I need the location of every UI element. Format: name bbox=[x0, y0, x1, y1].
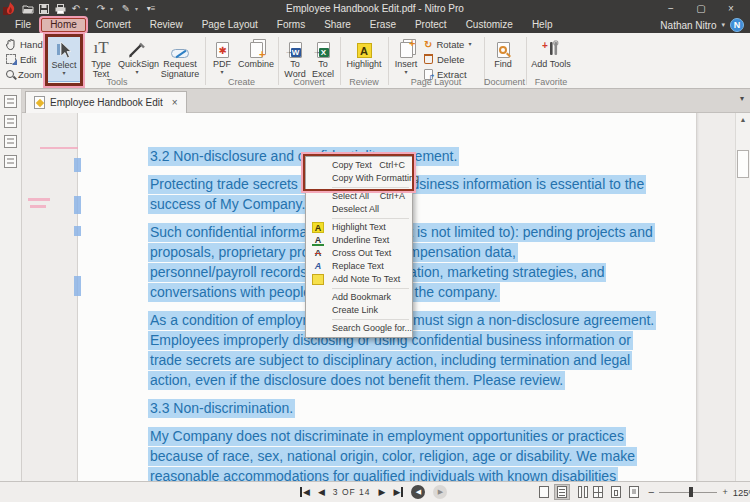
to-word-button[interactable]: →W To Word bbox=[282, 36, 308, 82]
request-signature-button[interactable]: Request Signature bbox=[158, 36, 202, 82]
menu-item-copy-text[interactable]: Copy Text Ctrl+C bbox=[306, 159, 412, 172]
menu-item-deselect-all[interactable]: Deselect All bbox=[306, 203, 412, 216]
edit-tool-button[interactable]: Edit bbox=[6, 52, 36, 66]
undo-dropdown-caret[interactable]: ▾ bbox=[85, 5, 92, 12]
user-dropdown-caret: ▾ bbox=[721, 21, 725, 29]
menu-item-underline-text[interactable]: A Underline Text bbox=[306, 234, 412, 247]
pdf-create-button[interactable]: ✱ PDF ▾ bbox=[209, 36, 235, 82]
rotate-button[interactable]: ↻ Rotate▾ bbox=[424, 37, 471, 51]
first-page-icon[interactable]: ◀ bbox=[300, 487, 310, 497]
annotation-smudge bbox=[40, 147, 78, 149]
zoom-slider-thumb[interactable] bbox=[689, 487, 693, 497]
continuous-facing-view-icon[interactable] bbox=[608, 484, 624, 500]
zoom-in-icon[interactable]: + bbox=[722, 487, 727, 497]
menu-item-highlight-text[interactable]: A Highlight Text bbox=[306, 221, 412, 234]
hand-icon bbox=[6, 39, 16, 50]
minimize-button[interactable]: − bbox=[656, 0, 686, 17]
previous-view-icon[interactable]: ◀ bbox=[411, 485, 425, 499]
window-controls: − ▢ × bbox=[656, 0, 746, 17]
open-icon[interactable] bbox=[21, 2, 35, 16]
next-view-icon[interactable]: ▶ bbox=[433, 485, 447, 499]
highlight-button[interactable]: A Highlight bbox=[344, 36, 384, 82]
hand-tool-button[interactable]: Hand bbox=[6, 37, 43, 51]
ribbon-tab[interactable]: File bbox=[6, 18, 40, 32]
menu-item-replace-text[interactable]: A Replace Text bbox=[306, 260, 412, 273]
undo-icon[interactable]: ↶ bbox=[69, 2, 83, 16]
type-text-icon: ıT bbox=[86, 36, 116, 58]
ribbon-tab[interactable]: Share bbox=[315, 18, 360, 32]
menu-item-add-bookmark[interactable]: Add Bookmark bbox=[306, 291, 412, 304]
add-tools-icon: + bbox=[542, 40, 560, 58]
group-separator bbox=[43, 37, 44, 85]
menu-item-search-google[interactable]: Search Google for... bbox=[306, 322, 412, 335]
quicksign-qat-icon[interactable]: ✎ bbox=[119, 2, 133, 16]
single-page-view-icon[interactable] bbox=[536, 484, 552, 500]
zoom-slider[interactable] bbox=[659, 492, 717, 493]
facing-pages-view-icon[interactable] bbox=[572, 484, 588, 500]
find-button[interactable]: Find bbox=[488, 36, 518, 82]
previous-page-icon[interactable]: ◀ bbox=[318, 487, 325, 497]
customize-qat-icon[interactable]: ▾≡ bbox=[144, 2, 158, 16]
document-text-line: 3.2 Non-disclosure and confidentiality a… bbox=[148, 146, 723, 166]
select-tool-button[interactable]: Select ▾ bbox=[47, 36, 81, 82]
menu-item-cross-out-text[interactable]: A Cross Out Text bbox=[306, 247, 412, 260]
document-text-line: success of My Company. bbox=[148, 194, 723, 214]
continuous-view-icon[interactable] bbox=[554, 484, 570, 500]
security-panel-icon[interactable] bbox=[4, 155, 17, 168]
to-excel-button[interactable]: →X To Excel bbox=[310, 36, 336, 82]
signatures-panel-icon[interactable] bbox=[4, 135, 17, 148]
ribbon-toolbar: Hand Edit Zoom ▾ Select ▾ ıT Type Text Q… bbox=[0, 33, 750, 89]
ribbon-tab[interactable]: Review bbox=[141, 18, 192, 32]
zoom-out-icon[interactable]: − bbox=[648, 486, 654, 498]
scroll-up-icon[interactable]: ▲ bbox=[736, 113, 750, 123]
tab-close-icon[interactable]: × bbox=[172, 97, 178, 108]
quicksign-button[interactable]: QuickSign ▾ bbox=[118, 36, 156, 82]
ribbon-collapse-caret[interactable]: ▾ bbox=[740, 94, 744, 103]
last-page-icon[interactable]: ▶ bbox=[393, 487, 403, 497]
save-icon[interactable] bbox=[37, 2, 51, 16]
group-separator bbox=[205, 37, 206, 85]
user-name: Nathan Nitro bbox=[660, 20, 716, 31]
scrollbar-thumb[interactable] bbox=[737, 150, 749, 178]
menu-item-create-link[interactable]: Create Link bbox=[306, 304, 412, 317]
add-tools-button[interactable]: + Add Tools bbox=[530, 36, 572, 82]
ribbon-tab[interactable]: Erase bbox=[361, 18, 405, 32]
document-text-line: proposals, proprietary production data, … bbox=[148, 242, 723, 262]
ribbon-tab[interactable]: Forms bbox=[268, 18, 314, 32]
document-tab[interactable]: Employee Handbook Edit × bbox=[25, 91, 187, 113]
redo-icon[interactable]: ↷ bbox=[94, 2, 108, 16]
user-account-menu[interactable]: Nathan Nitro ▾ N bbox=[660, 17, 744, 33]
ribbon-tab[interactable]: Help bbox=[523, 18, 562, 32]
insert-button[interactable]: + Insert ▾ bbox=[392, 36, 420, 82]
delete-button[interactable]: Delete bbox=[424, 52, 464, 66]
grid-view-icon[interactable] bbox=[590, 484, 606, 500]
ribbon-tab[interactable]: Protect bbox=[406, 18, 456, 32]
ribbon-tab[interactable]: Convert bbox=[87, 18, 140, 32]
menu-item-add-note-to-text[interactable]: Add Note To Text bbox=[306, 273, 412, 286]
ribbon-tab[interactable]: Page Layout bbox=[193, 18, 267, 32]
ribbon-tab[interactable]: Customize bbox=[457, 18, 522, 32]
type-text-button[interactable]: ıT Type Text bbox=[86, 36, 116, 82]
underline-text-icon: A bbox=[312, 235, 324, 246]
cover-view-icon[interactable] bbox=[626, 484, 642, 500]
vertical-scrollbar[interactable]: ▲ bbox=[735, 113, 750, 481]
maximize-button[interactable]: ▢ bbox=[686, 0, 716, 17]
print-icon[interactable] bbox=[53, 2, 67, 16]
highlight-text-icon: A bbox=[312, 222, 324, 233]
selection-fragment bbox=[74, 158, 81, 172]
next-page-icon[interactable]: ▶ bbox=[379, 487, 386, 497]
ribbon-tab[interactable]: Home bbox=[41, 18, 86, 32]
menu-item-copy-with-formatting[interactable]: Copy With Formatting bbox=[306, 172, 412, 185]
close-button[interactable]: × bbox=[716, 0, 746, 17]
pages-panel-icon[interactable] bbox=[4, 95, 17, 108]
bookmarks-panel-icon[interactable] bbox=[4, 115, 17, 128]
selected-document-text[interactable]: 3.2 Non-disclosure and confidentiality a… bbox=[148, 146, 723, 481]
combine-button[interactable]: + Combine bbox=[238, 36, 274, 82]
quicksign-dropdown-caret[interactable]: ▾ bbox=[135, 5, 142, 12]
menu-item-select-all[interactable]: Select All Ctrl+A bbox=[306, 190, 412, 203]
zoom-controls: − + 125% bbox=[648, 482, 750, 502]
annotation-smudge bbox=[28, 198, 50, 201]
page-indicator: 3 OF 14 bbox=[333, 487, 371, 497]
group-label-convert: Convert bbox=[282, 77, 336, 87]
redo-dropdown-caret[interactable]: ▾ bbox=[110, 5, 117, 12]
